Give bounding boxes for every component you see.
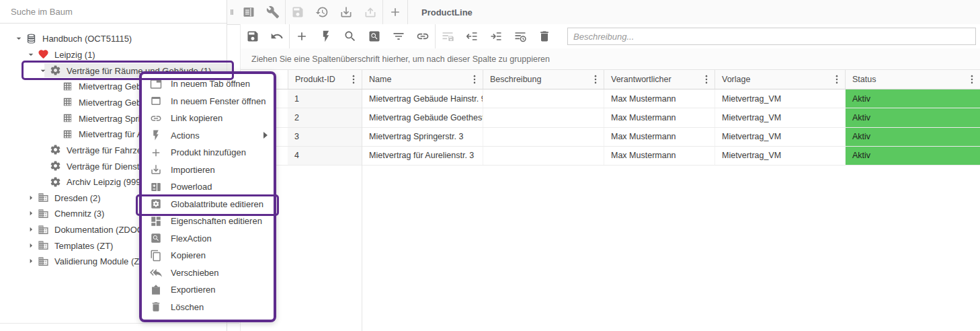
expand-arrow-icon[interactable] [26, 256, 36, 266]
menu-item-link-kopieren[interactable]: Link kopieren [142, 110, 274, 127]
tab-productline[interactable]: ProductLine [408, 7, 490, 17]
expand-arrow-icon[interactable] [26, 192, 36, 203]
cell-status[interactable]: Aktiv [846, 108, 980, 126]
table-row[interactable]: 2Mietvertrag Gebäude Goethestr. 1Max Mus… [241, 108, 980, 127]
cell-verantwortlicher[interactable]: Max Mustermann [604, 128, 715, 146]
expand-arrow-icon[interactable] [26, 208, 36, 219]
settings-wrench-button[interactable] [261, 0, 285, 24]
cell-verantwortlicher[interactable]: Max Mustermann [604, 89, 715, 108]
toggle-tree-panel-button[interactable] [237, 0, 261, 24]
column-header-produkt_id[interactable]: Produkt-ID [288, 70, 362, 89]
menu-item-flexaction[interactable]: FlexAction [142, 230, 274, 248]
column-header-label: Vorlage [722, 75, 750, 84]
menu-item-kopieren[interactable]: Kopieren [142, 247, 274, 264]
column-header-verantwortlicher[interactable]: Verantwortlicher [604, 70, 715, 89]
flexaction-button[interactable] [362, 24, 386, 48]
group-by-hint: Ziehen Sie eine Spaltenüberschrift hierh… [251, 54, 550, 64]
column-header-vorlage[interactable]: Vorlage [715, 70, 846, 89]
cell-beschreibung[interactable] [483, 147, 604, 165]
group-by-bar[interactable]: Ziehen Sie eine Spaltenüberschrift hierh… [241, 48, 980, 70]
cell-produkt_id[interactable]: 3 [288, 128, 362, 146]
menu-item-in-neuem-tab-ffnen[interactable]: In neuem Tab öffnen [142, 75, 274, 93]
save-rows-button[interactable] [436, 24, 460, 48]
tree-search-input[interactable] [0, 7, 206, 17]
cell-status[interactable]: Aktiv [846, 147, 980, 165]
column-header-beschreibung[interactable]: Beschreibung [483, 70, 604, 89]
table-row[interactable]: 1Mietvertrag Gebäude Hainstr. 9Max Muste… [241, 89, 980, 108]
table-row[interactable]: 3Mietvertrag Springerstr. 3Max Musterman… [241, 128, 980, 147]
add-tab-button[interactable] [383, 0, 407, 24]
menu-item-eigenschaften-editieren[interactable]: Eigenschaften editieren [142, 213, 274, 230]
menu-item-label: Link kopieren [171, 113, 222, 123]
history-button[interactable] [310, 0, 334, 24]
cell-beschreibung[interactable] [483, 128, 604, 146]
actions-flash-button[interactable] [314, 24, 338, 48]
menu-item-verschieben[interactable]: Verschieben [142, 264, 274, 282]
cell-vorlage[interactable]: Mietvertrag_VM [715, 108, 846, 126]
panel-splitter-handle-button[interactable] [227, 0, 237, 24]
cell-name[interactable]: Mietvertrag Springerstr. 3 [362, 128, 483, 146]
window-icon [150, 95, 162, 107]
cell-vorlage[interactable]: Mietvertrag_VM [715, 89, 846, 108]
cell-verantwortlicher[interactable]: Max Mustermann [604, 108, 715, 126]
collapse-arrow-icon[interactable] [13, 33, 24, 44]
description-input[interactable] [567, 28, 976, 45]
expand-arrow-icon[interactable] [26, 240, 36, 251]
filter-button[interactable] [386, 24, 411, 48]
cell-status[interactable]: Aktiv [846, 128, 980, 146]
column-menu-icon[interactable] [468, 73, 481, 85]
cell-name[interactable]: Mietvertrag Gebäude Goethestr. 1 [362, 108, 483, 126]
menu-item-in-neuem-fenster-ffnen[interactable]: In neuem Fenster öffnen [142, 93, 274, 110]
apply-rows-button[interactable] [484, 24, 508, 48]
cell-produkt_id[interactable]: 4 [288, 147, 362, 165]
cell-verantwortlicher[interactable]: Max Mustermann [604, 147, 715, 165]
import-download-button[interactable] [334, 0, 358, 24]
tree-item[interactable]: Handbuch (OCT51115) [0, 31, 227, 47]
search-button[interactable] [338, 24, 362, 48]
cell-beschreibung[interactable] [483, 108, 604, 126]
cell-name[interactable]: Mietvertrag für Aurelienstr. 3 [362, 147, 483, 165]
menu-item-l-schen[interactable]: Löschen [142, 299, 274, 316]
cell-name[interactable]: Mietvertrag Gebäude Hainstr. 9 [362, 89, 483, 108]
copy-link-button[interactable] [411, 24, 435, 48]
column-menu-icon[interactable] [348, 73, 360, 85]
bolt-icon [150, 129, 162, 141]
save-grid-button[interactable] [241, 24, 265, 48]
column-menu-icon[interactable] [966, 73, 978, 85]
expand-arrow-icon[interactable] [26, 224, 36, 235]
add-product-button[interactable] [290, 24, 314, 48]
column-menu-icon[interactable] [700, 73, 712, 85]
menu-item-importieren[interactable]: Importieren [142, 161, 274, 179]
menu-item-powerload[interactable]: Powerload [142, 178, 274, 196]
cell-beschreibung[interactable] [483, 89, 604, 108]
undo-button[interactable] [265, 24, 289, 48]
collapse-arrow-icon[interactable] [38, 65, 48, 76]
rows-history-button[interactable] [508, 24, 532, 48]
cell-vorlage[interactable]: Mietvertrag_VM [715, 147, 846, 165]
delete-rows-button[interactable] [532, 24, 557, 48]
tree-item-label: Chemnitz (3) [54, 209, 104, 219]
table-row[interactable]: 4Mietvertrag für Aurelienstr. 3Max Muste… [241, 147, 980, 166]
grid-panel: Ziehen Sie eine Spaltenüberschrift hierh… [240, 24, 980, 331]
column-menu-icon[interactable] [589, 73, 602, 85]
menu-item-label: Importieren [171, 165, 215, 175]
menu-item-globalattribute-editieren[interactable]: Globalattribute editieren [142, 196, 274, 213]
plus-icon [389, 5, 402, 19]
revert-rows-button[interactable] [460, 24, 484, 48]
column-menu-icon[interactable] [831, 73, 843, 85]
cell-status[interactable]: Aktiv [846, 89, 980, 108]
menu-item-exportieren[interactable]: Exportieren [142, 281, 274, 299]
cell-produkt_id[interactable]: 1 [288, 89, 362, 108]
cell-vorlage[interactable]: Mietvertrag_VM [715, 128, 846, 146]
save-button[interactable] [286, 0, 310, 24]
column-header-status[interactable]: Status [846, 70, 980, 89]
column-header-name[interactable]: Name [362, 70, 483, 89]
menu-item-actions[interactable]: Actions [142, 127, 274, 145]
export-upload-button[interactable] [358, 0, 382, 24]
cell-produkt_id[interactable]: 2 [288, 108, 362, 126]
menu-item-produkt-hinzuf-gen[interactable]: Produkt hinzufügen [142, 144, 274, 161]
collapse-arrow-icon[interactable] [26, 49, 36, 60]
plus-icon [150, 147, 162, 159]
table-body: 1Mietvertrag Gebäude Hainstr. 9Max Muste… [241, 89, 980, 166]
tree-item[interactable]: Leipzig (1) [0, 46, 227, 63]
